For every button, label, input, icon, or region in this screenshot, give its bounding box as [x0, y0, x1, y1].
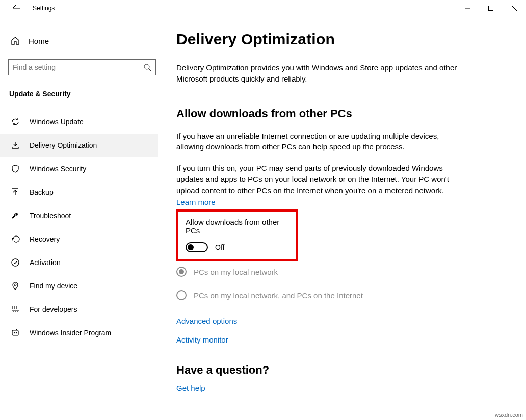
- sidebar-item-label: Find my device: [30, 282, 77, 290]
- svg-point-6: [12, 259, 19, 266]
- sidebar-item-label: Troubleshoot: [30, 212, 71, 220]
- delivery-icon: [10, 140, 20, 150]
- search-icon: [143, 63, 151, 71]
- sidebar: Home Update & Security Windows Update De…: [0, 16, 158, 420]
- sidebar-item-label: For developers: [30, 305, 77, 313]
- sync-icon: [10, 117, 20, 127]
- activity-monitor-link[interactable]: Activity monitor: [176, 335, 506, 344]
- sidebar-item-windows-security[interactable]: Windows Security: [8, 157, 158, 180]
- sidebar-item-delivery-optimization[interactable]: Delivery Optimization: [0, 134, 158, 157]
- radio-icon: [176, 290, 187, 300]
- svg-line-5: [149, 69, 151, 71]
- svg-point-4: [144, 64, 149, 69]
- allow-para1: If you have an unreliable Internet conne…: [176, 130, 467, 153]
- highlight-box: Allow downloads from other PCs Off: [176, 209, 298, 261]
- sidebar-item-label: Delivery Optimization: [30, 141, 97, 149]
- arrow-left-icon: [12, 4, 20, 12]
- toggle-label: Allow downloads from other PCs: [186, 218, 288, 235]
- allow-heading: Allow downloads from other PCs: [176, 107, 506, 120]
- sidebar-item-label: Recovery: [30, 235, 60, 243]
- recovery-icon: [10, 234, 20, 244]
- sidebar-item-activation[interactable]: Activation: [8, 251, 158, 274]
- home-label: Home: [29, 37, 49, 45]
- get-help-link[interactable]: Get help: [176, 384, 205, 392]
- close-button[interactable]: [503, 0, 526, 16]
- maximize-icon: [488, 6, 493, 11]
- search-input[interactable]: [8, 59, 156, 75]
- window-title: Settings: [33, 5, 55, 12]
- minimize-icon: [465, 6, 470, 11]
- sidebar-item-label: Windows Security: [30, 165, 86, 173]
- sidebar-item-label: Windows Insider Program: [30, 329, 111, 337]
- wrench-icon: [10, 211, 20, 221]
- titlebar: Settings: [0, 0, 526, 16]
- svg-point-7: [14, 284, 16, 286]
- minimize-button[interactable]: [456, 0, 479, 16]
- page-title: Delivery Optimization: [176, 31, 506, 48]
- shield-icon: [10, 164, 20, 174]
- sidebar-item-recovery[interactable]: Recovery: [8, 227, 158, 251]
- home-link[interactable]: Home: [8, 32, 158, 50]
- toggle-knob: [188, 244, 194, 250]
- main-content: Delivery Optimization Delivery Optimizat…: [158, 16, 526, 420]
- sidebar-item-find-my-device[interactable]: Find my device: [8, 274, 158, 298]
- search-field[interactable]: [13, 63, 143, 71]
- sidebar-item-label: Windows Update: [30, 118, 84, 126]
- radio-icon: [176, 267, 187, 277]
- radio-local-and-internet[interactable]: PCs on my local network, and PCs on the …: [176, 290, 506, 300]
- svg-rect-1: [489, 6, 493, 11]
- sidebar-item-for-developers[interactable]: For developers: [8, 298, 158, 321]
- svg-point-10: [16, 332, 17, 333]
- radio-local-network[interactable]: PCs on my local network: [176, 267, 506, 277]
- advanced-options-link[interactable]: Advanced options: [176, 317, 506, 325]
- watermark: wsxdn.com: [495, 412, 523, 418]
- sidebar-item-backup[interactable]: Backup: [8, 180, 158, 204]
- insider-icon: [10, 328, 20, 338]
- sidebar-item-windows-insider[interactable]: Windows Insider Program: [8, 321, 158, 345]
- sidebar-item-troubleshoot[interactable]: Troubleshoot: [8, 204, 158, 227]
- window-controls: [456, 0, 526, 16]
- location-icon: [10, 281, 20, 291]
- backup-icon: [10, 187, 20, 197]
- maximize-button[interactable]: [479, 0, 503, 16]
- page-description: Delivery Optimization provides you with …: [176, 62, 467, 85]
- allow-downloads-toggle[interactable]: [186, 242, 208, 252]
- home-icon: [10, 36, 20, 46]
- learn-more-link[interactable]: Learn more: [176, 198, 216, 206]
- radio-label: PCs on my local network: [194, 268, 278, 276]
- allow-para2: If you turn this on, your PC may send pa…: [176, 163, 467, 196]
- toggle-state: Off: [215, 243, 224, 251]
- developers-icon: [10, 304, 20, 314]
- section-header: Update & Security: [8, 90, 158, 98]
- sidebar-item-windows-update[interactable]: Windows Update: [8, 110, 158, 134]
- svg-rect-8: [12, 330, 18, 335]
- sidebar-item-label: Backup: [30, 188, 54, 196]
- radio-label: PCs on my local network, and PCs on the …: [194, 291, 363, 300]
- check-circle-icon: [10, 257, 20, 268]
- question-heading: Have a question?: [176, 363, 506, 377]
- sidebar-item-label: Activation: [30, 258, 61, 267]
- back-button[interactable]: [8, 0, 24, 16]
- close-icon: [512, 6, 517, 11]
- svg-point-9: [14, 332, 15, 333]
